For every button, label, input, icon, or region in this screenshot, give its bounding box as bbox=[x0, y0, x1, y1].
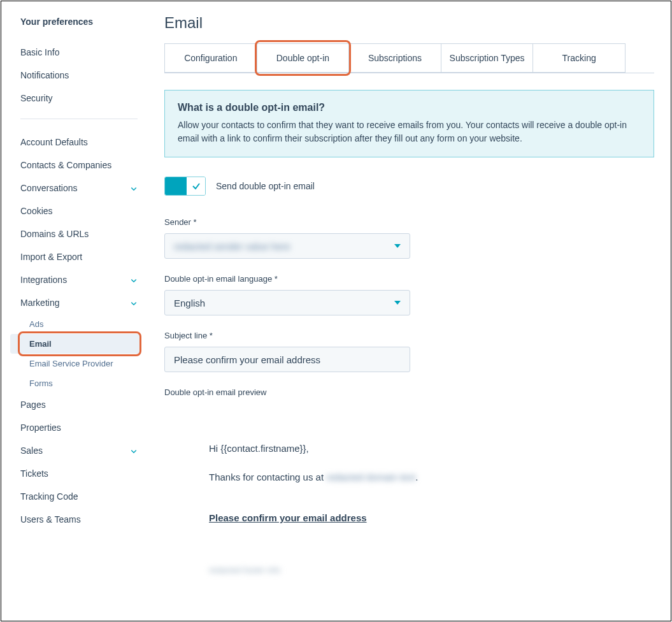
preview-greeting: Hi {{contact.firstname}}, bbox=[209, 442, 606, 456]
info-callout: What is a double opt-in email? Allow you… bbox=[164, 90, 654, 157]
preview-thanks: Thanks for contacting us at redacted dom… bbox=[209, 470, 606, 485]
chevron-down-icon bbox=[130, 184, 138, 192]
sidebar-item-forms[interactable]: Forms bbox=[29, 373, 138, 393]
field-sender: Sender * redacted sender value here bbox=[164, 217, 650, 259]
preview-footer-blur: redacted footer info bbox=[209, 564, 606, 577]
preview-label: Double opt-in email preview bbox=[164, 387, 650, 397]
sender-dropdown[interactable]: redacted sender value here bbox=[164, 233, 410, 259]
highlight-email-nav: Email bbox=[29, 334, 138, 354]
sidebar-item-tracking-code[interactable]: Tracking Code bbox=[20, 485, 138, 508]
sidebar-item-pages[interactable]: Pages bbox=[20, 393, 138, 416]
sidebar: Your preferences Basic Info Notification… bbox=[1, 1, 149, 621]
sidebar-item-account-defaults[interactable]: Account Defaults bbox=[20, 131, 138, 154]
caret-down-icon bbox=[394, 301, 401, 305]
language-label: Double opt-in email language * bbox=[164, 274, 650, 284]
subject-input-wrapper bbox=[164, 347, 410, 372]
callout-title: What is a double opt-in email? bbox=[178, 102, 641, 113]
field-language: Double opt-in email language * English bbox=[164, 274, 650, 315]
tab-subscription-types[interactable]: Subscription Types bbox=[441, 44, 534, 72]
subject-input[interactable] bbox=[174, 354, 401, 365]
language-value: English bbox=[174, 298, 205, 308]
tabs-underline bbox=[164, 73, 654, 73]
chevron-down-icon bbox=[130, 447, 138, 454]
sidebar-item-notifications[interactable]: Notifications bbox=[20, 64, 138, 87]
sidebar-item-cookies[interactable]: Cookies bbox=[20, 199, 138, 222]
sidebar-item-ads[interactable]: Ads bbox=[29, 314, 138, 334]
double-optin-toggle[interactable] bbox=[164, 177, 206, 196]
callout-body: Allow your contacts to confirm that they… bbox=[178, 119, 641, 145]
confirm-email-link[interactable]: Please confirm your email address bbox=[209, 511, 367, 526]
sidebar-item-conversations[interactable]: Conversations bbox=[20, 177, 138, 199]
sidebar-item-users-teams[interactable]: Users & Teams bbox=[20, 508, 138, 531]
field-subject: Subject line * bbox=[164, 331, 650, 372]
sidebar-item-basic-info[interactable]: Basic Info bbox=[20, 41, 138, 64]
tab-subscriptions[interactable]: Subscriptions bbox=[349, 44, 441, 72]
check-icon bbox=[191, 181, 201, 191]
toggle-on-segment bbox=[165, 177, 187, 195]
sidebar-item-security[interactable]: Security bbox=[20, 87, 138, 110]
sidebar-item-domains-urls[interactable]: Domains & URLs bbox=[20, 222, 138, 245]
sidebar-item-email[interactable]: Email bbox=[10, 334, 140, 354]
sidebar-group-account: Account Defaults Contacts & Companies Co… bbox=[20, 131, 138, 531]
subject-label: Subject line * bbox=[164, 331, 650, 340]
sidebar-item-marketing[interactable]: Marketing bbox=[20, 291, 138, 314]
tab-configuration[interactable]: Configuration bbox=[165, 44, 257, 72]
sidebar-marketing-children: Ads Email Email Service Provider Forms bbox=[20, 314, 138, 393]
language-dropdown[interactable]: English bbox=[164, 290, 410, 315]
sidebar-item-contacts-companies[interactable]: Contacts & Companies bbox=[20, 154, 138, 177]
sidebar-item-import-export[interactable]: Import & Export bbox=[20, 245, 138, 268]
sidebar-item-tickets[interactable]: Tickets bbox=[20, 462, 138, 485]
sender-label: Sender * bbox=[164, 217, 650, 227]
sidebar-group-preferences: Basic Info Notifications Security bbox=[20, 41, 138, 110]
sidebar-divider bbox=[20, 119, 138, 119]
email-preview: Hi {{contact.firstname}}, Thanks for con… bbox=[164, 416, 650, 576]
chevron-down-icon bbox=[130, 276, 138, 284]
caret-down-icon bbox=[394, 244, 401, 248]
tab-double-opt-in[interactable]: Double opt-in bbox=[257, 44, 350, 72]
toggle-off-segment bbox=[187, 177, 205, 195]
chevron-down-icon bbox=[130, 299, 138, 307]
sender-value: redacted sender value here bbox=[174, 241, 290, 252]
tab-tracking[interactable]: Tracking bbox=[533, 44, 625, 72]
toggle-label: Send double opt-in email bbox=[216, 181, 315, 191]
sidebar-heading: Your preferences bbox=[20, 17, 138, 27]
main-content: Email Configuration Double opt-in Subscr… bbox=[149, 1, 671, 621]
sidebar-item-integrations[interactable]: Integrations bbox=[20, 268, 138, 291]
toggle-row: Send double opt-in email bbox=[164, 177, 650, 196]
tabs: Configuration Double opt-in Subscription… bbox=[164, 43, 626, 73]
page-title: Email bbox=[164, 14, 650, 32]
sidebar-item-email-service-provider[interactable]: Email Service Provider bbox=[29, 354, 138, 373]
sidebar-item-sales[interactable]: Sales bbox=[20, 439, 138, 462]
preview-domain-blur: redacted domain text bbox=[326, 470, 415, 485]
sidebar-item-properties[interactable]: Properties bbox=[20, 416, 138, 439]
